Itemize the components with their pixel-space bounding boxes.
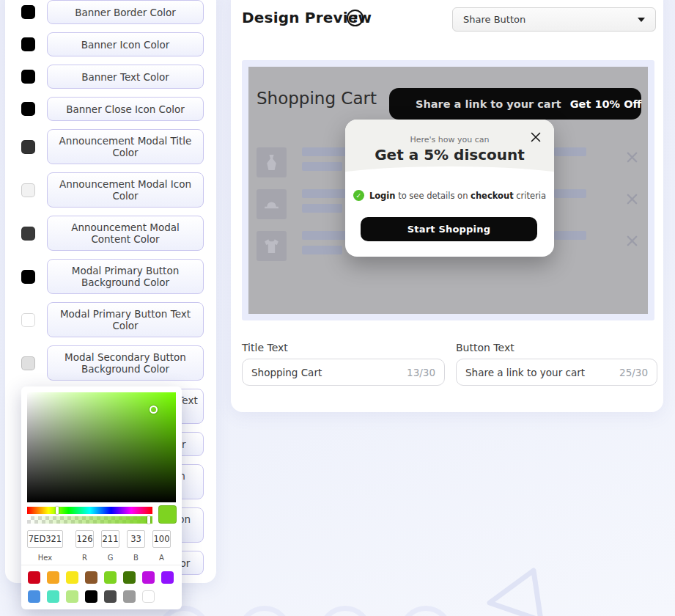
hex-input[interactable] bbox=[27, 530, 63, 548]
preset-color-swatch[interactable] bbox=[123, 590, 136, 603]
current-color-swatch bbox=[158, 505, 177, 524]
alpha-input[interactable] bbox=[152, 530, 171, 548]
color-setting-button[interactable]: Modal Primary Button Text Color bbox=[47, 302, 204, 337]
blue-input[interactable] bbox=[127, 530, 145, 548]
text-placeholder-bar bbox=[302, 189, 347, 198]
color-swatch[interactable] bbox=[21, 356, 35, 370]
text-placeholder-bar bbox=[302, 246, 342, 254]
remove-item-icon[interactable] bbox=[625, 150, 639, 164]
preset-color-swatch[interactable] bbox=[142, 571, 155, 584]
preview-component-dropdown[interactable]: Share Button bbox=[452, 7, 656, 32]
color-setting-row: Modal Primary Button Background Color bbox=[21, 259, 204, 294]
modal-benefit-row: ✓ Login to see details on checkout crite… bbox=[345, 190, 554, 201]
button-char-counter: 25/30 bbox=[619, 367, 648, 378]
text-placeholder-bar bbox=[302, 147, 347, 156]
color-setting-button[interactable]: Banner Icon Color bbox=[47, 32, 204, 56]
alpha-slider-handle[interactable] bbox=[147, 516, 150, 524]
preset-color-swatch[interactable] bbox=[104, 590, 117, 603]
preset-color-swatch[interactable] bbox=[85, 590, 97, 603]
color-setting-row: Modal Primary Button Text Color bbox=[21, 302, 204, 337]
title-text-input[interactable] bbox=[251, 367, 401, 378]
color-swatch[interactable] bbox=[21, 183, 35, 197]
circle-decoration bbox=[319, 606, 372, 616]
red-input[interactable] bbox=[75, 530, 94, 548]
button-text-label: Button Text bbox=[456, 342, 514, 353]
color-swatch[interactable] bbox=[21, 140, 35, 154]
button-text-field: 25/30 bbox=[456, 359, 657, 386]
alpha-slider[interactable] bbox=[27, 516, 152, 524]
title-text-label: Title Text bbox=[242, 342, 288, 353]
hex-label: Hex bbox=[27, 554, 63, 562]
color-setting-row: Banner Icon Color bbox=[21, 32, 204, 56]
preset-color-swatch[interactable] bbox=[161, 571, 174, 584]
color-swatch[interactable] bbox=[21, 70, 35, 84]
alpha-label: A bbox=[152, 554, 171, 562]
share-banner-badge: Get 10% Off bbox=[570, 98, 642, 110]
color-swatch[interactable] bbox=[21, 37, 35, 51]
product-image-placeholder bbox=[257, 189, 287, 219]
remove-item-icon[interactable] bbox=[625, 192, 639, 206]
color-setting-button[interactable]: Banner Close Icon Color bbox=[47, 97, 204, 121]
title-text-field: 13/30 bbox=[242, 359, 445, 386]
color-setting-button[interactable]: Announcement Modal Title Color bbox=[47, 129, 204, 164]
color-swatch[interactable] bbox=[21, 313, 35, 327]
color-setting-row: Modal Secondary Button Background Color bbox=[21, 345, 204, 381]
modal-eyebrow-text: Here's how you can bbox=[345, 135, 554, 144]
preset-color-swatch[interactable] bbox=[28, 571, 40, 584]
color-swatch[interactable] bbox=[21, 270, 35, 284]
preset-color-swatch[interactable] bbox=[66, 571, 78, 584]
blue-label: B bbox=[127, 554, 145, 562]
preset-color-swatch[interactable] bbox=[142, 590, 155, 603]
saturation-pointer[interactable] bbox=[150, 406, 158, 414]
color-swatch[interactable] bbox=[21, 5, 35, 19]
color-setting-button[interactable]: Announcement Modal Icon Color bbox=[47, 172, 204, 208]
red-label: R bbox=[75, 554, 94, 562]
color-setting-row: Banner Close Icon Color bbox=[21, 97, 204, 121]
design-settings-page: Banner Border ColorBanner Icon ColorBann… bbox=[0, 0, 675, 616]
check-icon: ✓ bbox=[353, 190, 364, 201]
green-input[interactable] bbox=[101, 530, 119, 548]
color-setting-row: Announcement Modal Content Color bbox=[21, 216, 204, 251]
preset-color-swatch[interactable] bbox=[85, 571, 97, 584]
price-placeholder-bar bbox=[554, 231, 586, 240]
button-text-input[interactable] bbox=[465, 367, 613, 378]
saturation-area[interactable] bbox=[27, 392, 176, 502]
hue-slider-handle[interactable] bbox=[56, 507, 59, 514]
question-circle-icon[interactable]: ? bbox=[347, 10, 364, 26]
product-image-placeholder bbox=[257, 231, 287, 261]
caret-down-icon bbox=[638, 18, 645, 22]
remove-item-icon[interactable] bbox=[625, 234, 639, 248]
preset-color-swatch[interactable] bbox=[66, 590, 78, 603]
green-label: G bbox=[101, 554, 119, 562]
color-picker-popover: Hex R G B A bbox=[21, 386, 182, 609]
tshirt-icon bbox=[262, 237, 281, 255]
title-char-counter: 13/30 bbox=[407, 367, 435, 378]
share-banner[interactable]: Share a link to your cart Get 10% Off bbox=[389, 88, 641, 120]
circle-decoration bbox=[399, 606, 452, 616]
preset-color-swatch[interactable] bbox=[104, 571, 117, 584]
price-placeholder-bar bbox=[554, 189, 586, 198]
close-icon[interactable] bbox=[531, 132, 541, 142]
preset-color-swatch[interactable] bbox=[123, 571, 136, 584]
color-setting-button[interactable]: Modal Primary Button Background Color bbox=[47, 259, 204, 294]
preset-color-swatch[interactable] bbox=[47, 571, 59, 584]
color-setting-row: Announcement Modal Icon Color bbox=[21, 172, 204, 208]
preset-color-swatch[interactable] bbox=[47, 590, 59, 603]
start-shopping-button[interactable]: Start Shopping bbox=[361, 217, 537, 241]
preset-color-swatch[interactable] bbox=[28, 590, 40, 603]
color-setting-button[interactable]: Announcement Modal Content Color bbox=[47, 216, 204, 251]
preview-frame: Shopping Cart Share a link to your cart … bbox=[242, 60, 654, 320]
color-setting-button[interactable]: Modal Secondary Button Background Color bbox=[47, 345, 204, 381]
price-placeholder-bar bbox=[554, 147, 586, 156]
text-placeholder-bar bbox=[302, 231, 347, 240]
color-swatch[interactable] bbox=[21, 102, 35, 116]
color-setting-button[interactable]: Banner Text Color bbox=[47, 65, 204, 89]
hue-slider[interactable] bbox=[27, 507, 152, 514]
color-setting-button[interactable]: Banner Border Color bbox=[47, 0, 204, 24]
modal-benefit-text: Login to see details on checkout criteri… bbox=[369, 191, 546, 201]
modal-title: Get a 5% discount bbox=[345, 146, 554, 164]
announcement-modal: Here's how you can Get a 5% discount ✓ L… bbox=[345, 120, 554, 257]
color-swatch[interactable] bbox=[21, 227, 35, 241]
dropdown-value: Share Button bbox=[463, 14, 525, 25]
cart-preview-canvas: Shopping Cart Share a link to your cart … bbox=[248, 67, 648, 314]
